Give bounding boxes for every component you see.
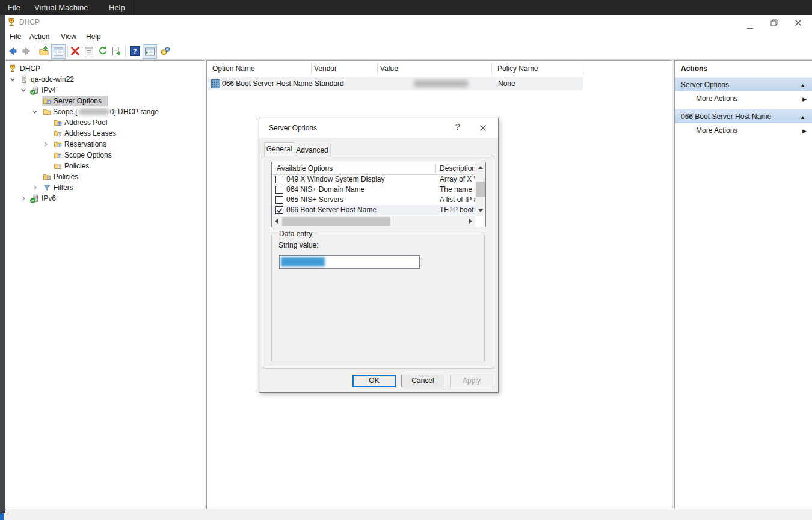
scroll-up-icon[interactable]: [478, 166, 483, 169]
export-list-icon[interactable]: [111, 45, 123, 57]
dialog-title: Server Options: [269, 118, 317, 138]
tree-item-filters[interactable]: Filters: [5, 182, 205, 193]
tree-item-address-pool[interactable]: Address Pool: [5, 117, 205, 128]
option-description: The name o: [440, 185, 475, 195]
collapse-arrow-icon[interactable]: ▲: [800, 78, 805, 93]
checkbox-unchecked[interactable]: [275, 196, 283, 204]
vertical-scrollbar[interactable]: [475, 162, 485, 216]
actions-section-label: 066 Boot Server Host Name: [681, 112, 771, 121]
green-check-badge-icon: [30, 90, 35, 95]
column-header-policy-name[interactable]: Policy Name: [497, 61, 538, 76]
delete-icon[interactable]: [69, 45, 81, 57]
folder-reservations-icon: [54, 140, 62, 148]
tree-item-ipv6[interactable]: IPv6: [5, 193, 205, 204]
string-value-input[interactable]: [279, 255, 420, 269]
tree-item-label: Server Options: [54, 96, 102, 106]
option-label: 049 X Window System Display: [286, 174, 384, 185]
actions-more-actions-2[interactable]: More Actions ▶: [675, 123, 812, 138]
up-one-level-icon[interactable]: [38, 45, 50, 57]
actions-pane: Actions Server Options ▲ More Actions ▶ …: [674, 60, 812, 509]
tree-item-address-leases[interactable]: Address Leases: [5, 128, 205, 139]
list-row-066-boot-server-host-name[interactable]: 066 Boot Server Host Name Standard None: [208, 77, 583, 90]
tree-item-policies[interactable]: Policies: [5, 171, 205, 182]
menu-action[interactable]: Action: [29, 30, 49, 43]
menu-file[interactable]: File: [10, 30, 21, 43]
horizontal-scrollbar[interactable]: [272, 216, 475, 227]
tree-item-reservations[interactable]: Reservations: [5, 139, 205, 150]
tab-general[interactable]: General: [264, 142, 294, 156]
chevron-expanded-icon[interactable]: [20, 87, 26, 93]
chevron-expanded-icon[interactable]: [10, 76, 16, 82]
option-grid-icon: [211, 79, 220, 88]
toolbar: [5, 43, 812, 60]
cancel-button[interactable]: Cancel: [401, 375, 444, 387]
option-row-049[interactable]: 049 X Window System Display Array of X W: [272, 174, 475, 185]
forward-icon[interactable]: [20, 45, 32, 57]
checkbox-unchecked[interactable]: [275, 186, 283, 194]
dialog-help-icon[interactable]: ?: [452, 122, 464, 134]
tree-item-label: Filters: [54, 182, 73, 193]
tree-item-ipv4[interactable]: IPv4: [5, 85, 205, 96]
vertical-scroll-thumb[interactable]: [476, 182, 485, 197]
vm-menu-help[interactable]: Help: [109, 0, 125, 15]
chevron-collapsed-icon[interactable]: [20, 195, 26, 201]
checkbox-unchecked[interactable]: [275, 176, 283, 183]
back-icon[interactable]: [7, 45, 19, 57]
column-header-vendor[interactable]: Vendor: [314, 61, 337, 76]
column-header-value[interactable]: Value: [380, 61, 398, 76]
chevron-collapsed-icon[interactable]: [32, 185, 38, 191]
tab-advanced[interactable]: Advanced: [294, 144, 331, 157]
tree-item-label: DHCP: [20, 63, 40, 74]
dialog-close-icon[interactable]: [479, 124, 487, 132]
option-row-064[interactable]: 064 NIS+ Domain Name The name o: [272, 185, 475, 195]
menu-help[interactable]: Help: [86, 30, 101, 43]
tree-item-scope[interactable]: Scope [ 0] DHCP range: [5, 106, 205, 117]
actions-section-server-options[interactable]: Server Options ▲: [675, 77, 812, 92]
actions-section-066-boot-server-host-name[interactable]: 066 Boot Server Host Name ▲: [675, 109, 812, 124]
horizontal-scroll-thumb[interactable]: [282, 217, 390, 226]
listbox-column-description[interactable]: Description: [440, 162, 476, 174]
string-value-label: String value:: [278, 241, 319, 249]
app-title-bar: DHCP: [5, 15, 812, 30]
funnel-icon: [43, 183, 51, 192]
show-console-tree-icon[interactable]: [51, 44, 66, 59]
chevron-expanded-icon[interactable]: [32, 109, 38, 115]
tree-item-server-options[interactable]: Server Options: [5, 96, 205, 106]
console-window-icon[interactable]: [143, 44, 157, 59]
vm-menu-file[interactable]: File: [8, 0, 20, 15]
refresh-icon[interactable]: [97, 45, 109, 57]
tree-item-scope-options[interactable]: Scope Options: [5, 150, 205, 161]
scroll-left-icon[interactable]: [275, 219, 278, 224]
tree-item-label: Scope Options: [64, 150, 112, 161]
available-options-listbox: Available Options Description 049 X Wind…: [271, 162, 486, 227]
services-icon[interactable]: [159, 45, 171, 57]
scroll-right-icon[interactable]: [469, 219, 472, 224]
properties-icon[interactable]: [83, 45, 95, 57]
checkbox-checked[interactable]: [275, 206, 283, 214]
tree-item-label: Policies: [64, 161, 89, 171]
column-header-option-name[interactable]: Option Name: [212, 61, 255, 76]
tree-item-scope-policies[interactable]: Policies: [5, 161, 205, 171]
tree-item-label: Address Leases: [64, 128, 116, 139]
listbox-column-available-options[interactable]: Available Options: [277, 162, 333, 174]
redacted-value: [414, 80, 468, 87]
scroll-down-icon[interactable]: [478, 209, 483, 212]
help-icon[interactable]: [129, 45, 141, 57]
actions-pane-title: Actions: [681, 64, 707, 73]
option-row-065[interactable]: 065 NIS+ Servers A list of IP a: [272, 195, 475, 205]
menu-view[interactable]: View: [61, 30, 76, 43]
ok-button[interactable]: OK: [352, 375, 396, 387]
tree-item-label: qa-odc-win22: [31, 74, 74, 85]
vm-menu-virtual-machine[interactable]: Virtual Machine: [34, 0, 88, 15]
option-row-066[interactable]: 066 Boot Server Host Name TFTP boot s: [272, 205, 475, 215]
tree-item-dhcp[interactable]: DHCP: [5, 63, 205, 74]
tree-item-server[interactable]: qa-odc-win22: [5, 74, 205, 85]
actions-more-actions-1[interactable]: More Actions ▶: [675, 91, 812, 106]
apply-button: Apply: [450, 375, 493, 387]
tree-item-label: Reservations: [64, 139, 106, 150]
dhcp-app-icon: [7, 17, 16, 27]
folder-options-icon: [54, 151, 62, 159]
chevron-collapsed-icon[interactable]: [43, 141, 49, 147]
collapse-arrow-icon[interactable]: ▲: [800, 110, 805, 124]
option-label: 065 NIS+ Servers: [286, 195, 343, 205]
